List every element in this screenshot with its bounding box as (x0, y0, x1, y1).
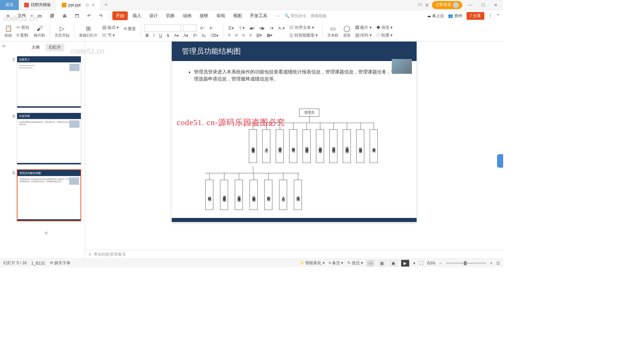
zoom-out-button[interactable]: − (439, 261, 442, 266)
undo-icon[interactable]: ↶ (84, 12, 94, 20)
font-color-button[interactable]: A▾ (173, 33, 180, 39)
smart-beautify-button[interactable]: ✨ 智能美化 ▾ (299, 260, 325, 266)
reading-view-button[interactable]: ▣ (390, 260, 397, 266)
tab-add-button[interactable]: + (100, 1, 112, 8)
minimize-button[interactable]: — (466, 3, 475, 7)
tab-window-icon[interactable]: ⊡ (86, 3, 89, 7)
picture-button[interactable]: 🖼 图片 ▾ (354, 24, 373, 31)
menu-insert[interactable]: 插入 (129, 11, 145, 20)
menu-overflow-icon[interactable]: ⋮ (488, 13, 492, 18)
indent-increase-button[interactable]: ≡▶ (258, 25, 266, 31)
clear-format-button[interactable]: ⌫▾ (209, 33, 220, 39)
saveas-icon[interactable]: 🗐 (47, 12, 58, 20)
font-size-select[interactable] (183, 24, 197, 32)
subscript-button[interactable]: X₂ (200, 33, 207, 39)
print-icon[interactable]: 🖶 (59, 12, 70, 20)
align-right-button[interactable]: ≡ (241, 32, 246, 38)
strikethrough-button[interactable]: S̶ (165, 33, 171, 39)
add-slide-button[interactable]: + (10, 226, 82, 240)
text-direction-button[interactable]: A↓▾ (277, 25, 286, 31)
cloud-button[interactable]: ☁ 未上云 (427, 13, 444, 19)
line-spacing-button[interactable]: ↕▾ (268, 25, 275, 31)
reset-button[interactable]: ⟲ 重置 (122, 25, 137, 33)
window-mode-icon[interactable]: ⑴ (418, 2, 422, 8)
menu-start[interactable]: 开始 (112, 11, 128, 20)
arrange-button[interactable]: ▦ 排列 ▾ (354, 32, 373, 39)
play-button[interactable]: ▶ (401, 260, 409, 267)
collapse-panel-button[interactable]: ≪ (0, 42, 7, 259)
close-button[interactable]: ✕ (491, 3, 500, 7)
tab-home[interactable]: 首页 (0, 0, 19, 10)
fit-button[interactable]: ⛶ (419, 261, 423, 266)
numbering-button[interactable]: ⒈▾ (237, 24, 246, 32)
underline-button[interactable]: U (158, 33, 163, 39)
align-justify-button[interactable]: ≡ (248, 32, 253, 38)
highlight-button[interactable]: A▾ (182, 33, 190, 39)
collapse-ribbon-icon[interactable]: ⌃ (496, 13, 500, 18)
missing-font-button[interactable]: ⟳ 缺失字体 (50, 260, 70, 266)
login-button[interactable]: 立即登录 (432, 1, 462, 9)
tab-template[interactable]: 找稻壳模板 (19, 0, 56, 10)
thumbnail-list[interactable]: 3 选题意义 ▪▪▪▪▪▪▪▪▪▪▪▪▪▪▪▪▪▪▪▪▪▪▪▪▪▪▪▪▪▪▪▪▪… (7, 53, 85, 259)
menu-view[interactable]: 视图 (230, 11, 245, 20)
new-slide-button[interactable]: ⊞新建幻灯片 (78, 25, 99, 38)
side-handle[interactable] (497, 154, 503, 168)
copy-button[interactable]: ⎘ 复制 (15, 32, 31, 39)
slide-bullet-text[interactable]: 管理员登录进入本系统操作的功能包括查看成绩统计报表信息，管理课题信息，管理课题任… (172, 61, 417, 86)
slides-tab[interactable]: 幻灯片 (46, 44, 64, 51)
font-family-select[interactable] (144, 24, 181, 32)
paste-button[interactable]: 📋粘贴 (3, 25, 13, 38)
save-icon[interactable]: 🗁 (34, 12, 45, 20)
cut-button[interactable]: ✂ 剪切 (15, 24, 31, 31)
maximize-button[interactable]: ☐ (478, 3, 488, 7)
fill-button[interactable]: ◆ 填充 ▾ (375, 24, 394, 31)
superscript-button[interactable]: X² (192, 33, 198, 39)
align-text-button[interactable]: ▤ 对齐文本 ▾ (288, 24, 319, 31)
zoom-slider[interactable] (446, 263, 486, 264)
notes-toggle-button[interactable]: ≡ 备注 ▾ (329, 260, 343, 266)
increase-font-icon[interactable]: A⁺ (199, 25, 206, 31)
menu-more-icon[interactable]: ⋯ (272, 12, 283, 20)
collab-button[interactable]: 👥 协作 (448, 13, 462, 19)
start-from-current-button[interactable]: ▷当页开始 (53, 25, 71, 38)
tab-document[interactable]: ppt.ppt ⊡✕ (56, 0, 100, 10)
notes-pane[interactable]: ≡ 单击此处添加备注 (85, 250, 503, 259)
zoom-in-button[interactable]: + (490, 261, 492, 266)
menu-slideshow[interactable]: 放映 (196, 11, 212, 20)
bullets-button[interactable]: ☰▾ (227, 25, 235, 31)
command-search[interactable]: 🔍 查找命令、搜索模板 (284, 13, 327, 19)
distribute-button[interactable]: ▦▾ (265, 32, 274, 38)
menu-devtools[interactable]: 开发工具 (247, 11, 271, 20)
apps-icon[interactable]: ⊞ (425, 3, 429, 7)
normal-view-button[interactable]: ▭ (367, 260, 374, 266)
smartart-button[interactable]: ◫ 转智能图形 ▾ (288, 32, 319, 39)
outline-button[interactable]: ◇ 轮廓 ▾ (375, 32, 394, 39)
align-center-button[interactable]: ≡ (234, 32, 239, 38)
menu-file[interactable]: 文件 (14, 11, 30, 20)
shape-button[interactable]: ◯形状 (342, 25, 352, 38)
slide-thumbnail-3[interactable]: 选题意义 ▪▪▪▪▪▪▪▪▪▪▪▪▪▪▪▪▪▪▪▪▪▪▪▪▪▪▪▪▪▪▪▪▪▪▪… (17, 56, 81, 108)
slide-thumbnail-4[interactable]: 开发环境 本系统采用Spring Boot框架开发，采用JAVA语言，MySQL… (17, 113, 81, 165)
share-button[interactable]: ⤴ 分享 (467, 12, 484, 20)
tab-close-icon[interactable]: ✕ (92, 3, 95, 7)
hamburger-icon[interactable]: ≡ (3, 12, 13, 20)
slide-thumbnail-5[interactable]: 管理员功能结构图 管理员登录进入本系统操作的功能包括查看成绩统计报表信息，管理课… (17, 169, 81, 221)
italic-button[interactable]: I (152, 33, 156, 39)
layout-button[interactable]: ▦ 版式 ▾ (101, 24, 120, 31)
zoom-level[interactable]: 63% (427, 261, 435, 266)
decrease-font-icon[interactable]: A⁻ (208, 25, 215, 31)
menu-dropdown-icon[interactable]: ▾ (31, 13, 33, 18)
outline-tab[interactable]: 大纲 (28, 44, 43, 51)
columns-button[interactable]: ▥▾ (255, 32, 263, 38)
redo-icon[interactable]: ↷ (96, 12, 106, 20)
menu-transition[interactable]: 切换 (163, 11, 178, 20)
bold-button[interactable]: B (144, 33, 150, 39)
comments-button[interactable]: ✎ 批注 ▾ (347, 260, 363, 266)
textbox-button[interactable]: ▭文本框 (326, 25, 340, 38)
align-left-button[interactable]: ≡ (227, 32, 232, 38)
fit-window-button[interactable]: ⊡ (496, 261, 500, 266)
sorter-view-button[interactable]: ▦ (378, 260, 386, 266)
menu-design[interactable]: 设计 (146, 11, 161, 20)
play-dropdown[interactable]: ▾ (413, 261, 415, 266)
format-painter-button[interactable]: 🖌格式刷 (33, 25, 46, 38)
